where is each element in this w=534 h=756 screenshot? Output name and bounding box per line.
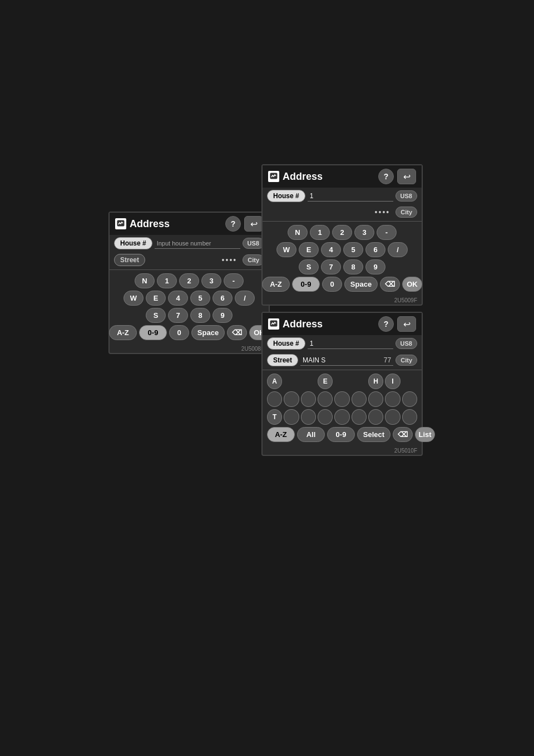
s2-key-7[interactable]: 7 [321,259,341,274]
screen2-city-button[interactable]: City [395,207,417,218]
key-slash[interactable]: / [235,291,255,306]
screen1-back-button[interactable]: ↩ [244,216,263,232]
s2-key-space[interactable]: Space [344,277,378,292]
s3-key-empty1[interactable] [267,391,282,407]
key-3[interactable]: 3 [201,273,221,288]
screen1-street-field[interactable]: Street [114,254,145,266]
key-09[interactable]: 0-9 [139,325,167,340]
screen2-us8-button[interactable]: US8 [395,190,417,202]
screen2-house-input[interactable]: 1 [308,191,393,202]
s3-key-list[interactable]: List [415,427,435,442]
s2-key-az[interactable]: A-Z [262,277,290,292]
s2-key-3[interactable]: 3 [354,225,374,240]
screen1-house-input[interactable]: Input house number [155,238,240,249]
key-6[interactable]: 6 [212,291,233,306]
key-W[interactable]: W [123,291,144,306]
s3-key-g-empty [352,374,367,389]
screen3-alpha-row2 [267,391,417,407]
key-space[interactable]: Space [191,325,225,340]
s3-key-backspace[interactable]: ⌫ [393,427,413,442]
s2-key-8[interactable]: 8 [343,259,363,274]
key-dash[interactable]: - [224,273,244,288]
screen3-alpha-row4: A-Z All 0-9 Select ⌫ List [267,427,417,442]
s3-key-az[interactable]: A-Z [267,427,295,442]
s3-key-empty11[interactable] [301,409,316,425]
key-8[interactable]: 8 [190,308,210,323]
s3-key-A[interactable]: A [267,374,282,389]
s2-key-6[interactable]: 6 [365,242,385,257]
s2-key-backspace[interactable]: ⌫ [380,277,400,292]
s3-key-empty5[interactable] [334,391,349,407]
screen2-house-row: House # 1 US8 [263,188,422,204]
screen3-street-field[interactable]: Street [267,354,298,366]
screen2-back-button[interactable]: ↩ [397,169,416,184]
screen3-house-field[interactable]: House # [267,337,305,350]
s2-key-2[interactable]: 2 [332,225,352,240]
screen2-help-button[interactable]: ? [378,169,394,184]
screen1-house-field[interactable]: House # [114,237,152,249]
screen3-back-button[interactable]: ↩ [397,316,416,332]
s3-key-empty6[interactable] [352,391,367,407]
s3-key-E[interactable]: E [318,374,333,389]
s2-key-N[interactable]: N [288,225,308,240]
screen3-street-input[interactable]: MAIN S 77 [300,355,393,366]
s3-key-empty7[interactable] [368,391,383,407]
screen3-city-button[interactable]: City [395,355,417,366]
s2-key-ok[interactable]: OK [402,277,422,292]
screen1-header: Address ? ↩ [110,213,269,235]
s3-key-empty4[interactable] [318,391,333,407]
s3-key-select[interactable]: Select [357,427,390,442]
s3-key-empty15[interactable] [368,409,383,425]
key-2[interactable]: 2 [179,273,199,288]
s2-key-5[interactable]: 5 [343,242,363,257]
s3-key-empty14[interactable] [352,409,367,425]
key-1[interactable]: 1 [157,273,177,288]
key-7[interactable]: 7 [168,308,188,323]
s3-key-T[interactable]: T [267,409,282,425]
s3-key-H[interactable]: H [368,374,383,389]
s2-key-E[interactable]: E [299,242,319,257]
screen1-address: Address ? ↩ House # Input house number U… [108,212,270,354]
s3-key-empty17[interactable] [402,409,417,425]
screen2-nav-icon [268,171,279,182]
s3-key-empty9[interactable] [402,391,417,407]
s3-key-empty13[interactable] [334,409,349,425]
screen3-street-row: Street MAIN S 77 City [263,352,422,369]
s2-key-09[interactable]: 0-9 [292,277,320,292]
s2-key-1[interactable]: 1 [310,225,330,240]
nav-map-icon [115,218,126,229]
s2-key-S[interactable]: S [299,259,319,274]
s3-key-empty8[interactable] [385,391,400,407]
s3-key-empty2[interactable] [284,391,299,407]
key-N[interactable]: N [135,273,155,288]
key-backspace[interactable]: ⌫ [227,325,247,340]
screen3-us8-button[interactable]: US8 [395,338,417,349]
s2-key-slash[interactable]: / [388,242,408,257]
screen2-keypad-row4: A-Z 0-9 0 Space ⌫ OK [267,277,417,292]
s3-key-empty16[interactable] [385,409,400,425]
screen3-house-input[interactable]: 1 [308,338,393,349]
screen2-house-field[interactable]: House # [267,190,305,202]
s3-key-I[interactable]: I [385,374,400,389]
screen3-help-button[interactable]: ? [378,316,394,332]
screen1-help-button[interactable]: ? [225,216,241,232]
s3-key-all[interactable]: All [297,427,325,442]
key-4[interactable]: 4 [168,291,188,306]
s2-key-0[interactable]: 0 [322,277,342,292]
s3-key-empty12[interactable] [318,409,333,425]
s2-key-9[interactable]: 9 [365,259,385,274]
s2-key-4[interactable]: 4 [321,242,341,257]
key-S[interactable]: S [146,308,166,323]
key-az[interactable]: A-Z [109,325,137,340]
s3-key-empty3[interactable] [301,391,316,407]
s3-key-j-empty [402,374,417,389]
s3-key-09[interactable]: 0-9 [327,427,355,442]
screen1-keypad: N 1 2 3 - W E 4 5 6 / S 7 8 9 A-Z 0-9 0 … [110,271,269,345]
s3-key-empty10[interactable] [284,409,299,425]
key-5[interactable]: 5 [190,291,210,306]
key-0[interactable]: 0 [169,325,189,340]
s2-key-dash[interactable]: - [377,225,397,240]
key-E[interactable]: E [146,291,166,306]
s2-key-W[interactable]: W [276,242,296,257]
key-9[interactable]: 9 [212,308,233,323]
